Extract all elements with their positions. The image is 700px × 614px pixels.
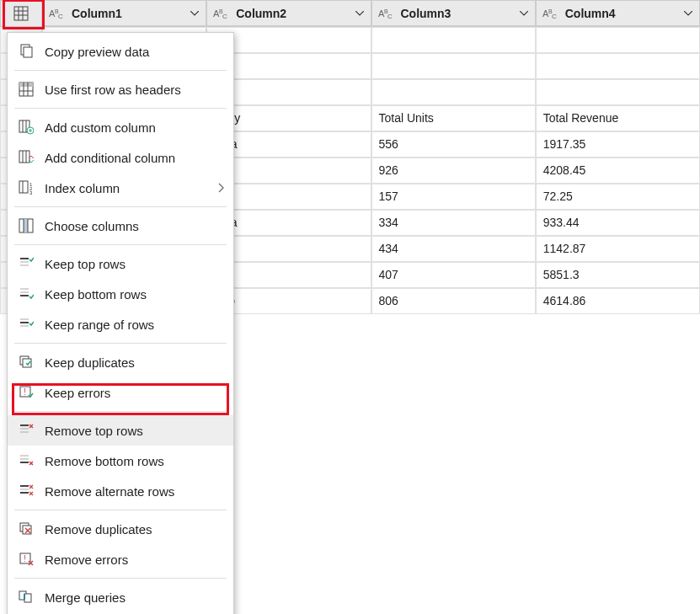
filter-dropdown-icon[interactable] [350,4,369,23]
select-all-cell[interactable] [0,0,42,27]
cell[interactable]: 933.44 [536,210,700,236]
svg-rect-31 [19,181,28,193]
menu-add-conditional-column[interactable]: Add conditional column [8,142,233,173]
menu-keep-range-of-rows[interactable]: Keep range of rows [8,309,233,339]
menu-label: Remove errors [45,553,128,567]
cell[interactable] [536,79,700,105]
index-column-icon: 123 [16,178,36,198]
menu-separator [14,411,227,412]
menu-keep-duplicates[interactable]: Keep duplicates [8,347,233,377]
conditional-column-icon [16,147,36,168]
abc-type-icon: ABC [542,6,560,21]
column-header-3[interactable]: ABC Column3 [371,0,536,26]
svg-rect-37 [24,219,28,232]
menu-remove-alternate-rows[interactable]: Remove alternate rows [8,476,233,506]
cell[interactable]: 926 [371,158,536,184]
menu-separator [14,70,227,71]
menu-label: Remove bottom rows [45,454,164,468]
menu-label: Index column [45,181,120,195]
cell[interactable] [536,27,700,53]
keep-bottom-icon [16,284,36,304]
merge-queries-icon [16,587,36,607]
svg-text:C: C [552,13,557,19]
abc-type-icon: ABC [212,6,231,21]
menu-copy-preview-data[interactable]: Copy preview data [8,36,233,67]
menu-label: Remove alternate rows [45,484,174,499]
menu-label: Keep top rows [45,257,126,271]
cell[interactable] [371,53,536,79]
keep-errors-icon: ! [16,382,36,403]
menu-label: Merge queries [45,590,126,605]
menu-keep-bottom-rows[interactable]: Keep bottom rows [8,279,233,309]
svg-text:!: ! [24,387,26,397]
cell[interactable]: 334 [371,210,536,236]
submenu-arrow-icon [218,183,225,193]
svg-rect-18 [24,47,32,57]
keep-range-icon [16,314,36,334]
menu-use-first-row-as-headers[interactable]: Use first row as headers [8,74,233,104]
menu-label: Add conditional column [45,151,175,165]
menu-add-custom-column[interactable]: Add custom column [8,112,233,142]
svg-text:!: ! [24,554,26,563]
cell[interactable]: 806 [371,288,536,314]
column-label: Column1 [72,7,185,20]
menu-remove-duplicates[interactable]: Remove duplicates [8,514,233,544]
cell[interactable] [371,79,536,105]
svg-rect-67 [24,594,31,602]
svg-text:3: 3 [29,190,33,195]
svg-rect-0 [14,7,28,20]
remove-bottom-icon [16,451,36,471]
column-label: Column3 [401,7,515,20]
custom-column-icon [16,117,36,137]
table-header-row: ABC Column1 ABC Column2 ABC Column3 ABC … [0,0,700,27]
cell[interactable]: 1917.35 [536,131,700,158]
menu-separator [14,578,227,579]
cell[interactable]: Total Revenue [536,105,700,131]
menu-label: Keep errors [45,386,110,400]
menu-keep-top-rows[interactable]: Keep top rows [8,248,233,279]
abc-type-icon: ABC [48,6,67,21]
cell[interactable]: 72.25 [536,184,700,210]
menu-index-column[interactable]: 123 Index column [8,173,233,203]
column-header-4[interactable]: ABC Column4 [536,0,700,26]
menu-choose-columns[interactable]: Choose columns [8,211,233,241]
cell[interactable] [536,53,700,79]
menu-remove-top-rows[interactable]: Remove top rows [8,415,233,446]
menu-label: Keep duplicates [45,355,135,370]
menu-label: Remove duplicates [45,522,152,537]
menu-separator [14,108,227,109]
abc-type-icon: ABC [377,6,396,21]
cell[interactable]: Total Units [371,105,536,131]
cell[interactable]: 407 [371,262,536,288]
column-header-1[interactable]: ABC Column1 [42,0,206,26]
cell[interactable]: 157 [371,184,536,210]
menu-keep-errors[interactable]: ! Keep errors [8,377,233,408]
menu-label: Use first row as headers [45,83,181,97]
menu-label: Keep range of rows [45,318,154,332]
cell[interactable]: 434 [371,236,536,262]
keep-duplicates-icon [16,352,36,372]
remove-top-icon [16,420,36,440]
cell[interactable]: 1142.87 [536,236,700,262]
cell[interactable]: 556 [371,131,536,158]
svg-rect-20 [19,83,33,87]
column-label: Column4 [565,7,679,20]
cell[interactable] [371,27,536,53]
svg-rect-28 [19,151,29,163]
cell[interactable]: 4208.45 [536,158,700,184]
filter-dropdown-icon[interactable] [679,4,697,23]
menu-merge-queries[interactable]: Merge queries [8,582,233,612]
svg-text:C: C [387,13,393,19]
filter-dropdown-icon[interactable] [515,4,533,23]
column-label: Column2 [236,7,350,20]
remove-alternate-icon [16,481,36,501]
menu-label: Choose columns [45,219,139,233]
filter-dropdown-icon[interactable] [185,4,204,23]
menu-separator [14,343,227,344]
cell[interactable]: 5851.3 [536,262,700,288]
menu-remove-errors[interactable]: ! Remove errors [8,544,233,574]
svg-text:C: C [58,13,63,19]
cell[interactable]: 4614.86 [536,288,700,314]
column-header-2[interactable]: ABC Column2 [206,0,371,26]
menu-remove-bottom-rows[interactable]: Remove bottom rows [8,446,233,476]
